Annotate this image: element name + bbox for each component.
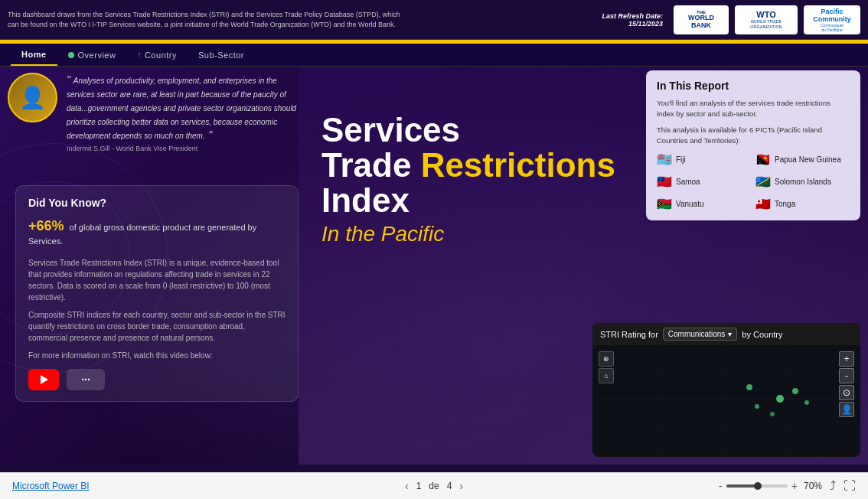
header-description-text: This dashboard draws from the Services T… [8, 11, 400, 28]
prev-page-button[interactable]: ‹ [405, 480, 409, 492]
map-zoom-in-button[interactable]: + [839, 351, 854, 367]
zoom-value-label: 70% [804, 481, 822, 491]
header-right: Last Refresh Date: 15/11/2023 THE WORLDB… [602, 5, 860, 34]
nav-item-overview[interactable]: Overview [57, 44, 127, 66]
world-bank-logo: THE WORLDBANK [674, 5, 729, 34]
fullscreen-icon[interactable]: ⛶ [844, 479, 856, 493]
bottom-right-controls: - + 70% ⤴ ⛶ [719, 479, 856, 493]
svg-point-5 [770, 412, 775, 416]
map-svg [592, 345, 860, 452]
wb-logo-main: WORLDBANK [688, 15, 714, 30]
page-separator: de [429, 481, 439, 491]
main-content: 👤 " Analyses of productivity, employment… [0, 67, 868, 465]
country-vanuatu: 🇻🇺 Vanuatu [657, 197, 751, 211]
bottom-bar: Microsoft Power BI ‹ 1 de 4 › - + 70% ⤴ … [0, 472, 868, 499]
fiji-name: Fiji [676, 155, 686, 164]
map-zoom-controls: + - ⊙ 👤 [839, 351, 854, 417]
youtube-button[interactable] [28, 369, 59, 390]
vanuatu-name: Vanuatu [676, 200, 704, 208]
map-pan-icon[interactable]: ⊕ [599, 351, 614, 367]
quote-content: " Analyses of productivity, employment, … [67, 73, 302, 152]
zoom-increase-button[interactable]: + [791, 480, 798, 492]
hero-line2-plain: Trade [321, 146, 421, 184]
countries-grid: 🇫🇯 Fiji 🇵🇬 Papua New Guinea 🇼🇸 Samoa 🇸🇧 … [657, 152, 850, 211]
hero-subtitle: In the Pacific [321, 222, 615, 246]
svg-point-6 [804, 400, 809, 405]
country-fiji: 🇫🇯 Fiji [657, 152, 751, 167]
quote-area: 👤 " Analyses of productivity, employment… [8, 73, 302, 152]
wto-logo: WTO WORLD TRADEORGANIZATION [735, 5, 798, 34]
zoom-decrease-button[interactable]: - [719, 480, 723, 492]
nav-country-label: Country [145, 51, 177, 60]
country-png: 🇵🇬 Papua New Guinea [755, 152, 850, 167]
samoa-flag: 🇼🇸 [657, 174, 672, 189]
vanuatu-flag: 🇻🇺 [657, 197, 672, 211]
country-tonga: 🇹🇴 Tonga [755, 197, 850, 211]
map-reset-button[interactable]: ⊙ [839, 385, 854, 400]
zoom-handle [754, 482, 762, 490]
speaker-avatar: 👤 [8, 73, 57, 122]
tonga-flag: 🇹🇴 [755, 197, 771, 211]
country-solomon: 🇸🇧 Solomon Islands [755, 174, 850, 189]
hero-line3: Index [321, 183, 615, 218]
map-body: ⊕ ⌂ + - ⊙ 👤 [592, 345, 860, 452]
svg-point-1 [746, 384, 752, 390]
header-description: This dashboard draws from the Services T… [8, 10, 406, 29]
zoom-slider[interactable] [726, 484, 788, 488]
in-report-title: In This Report [657, 80, 850, 92]
pc-sub: Communautédu Pacifique [821, 23, 844, 32]
quote-author: Indermit S.Gill - World Bank Vice Presid… [67, 145, 302, 152]
map-dropdown-value: Communications [668, 330, 725, 338]
dyk-para3: For more information on STRI, watch this… [28, 350, 286, 361]
nav-item-country[interactable]: ↑ Country [126, 44, 188, 66]
did-you-know-title: Did You Know? [28, 197, 286, 209]
navigation-bar: Home Overview ↑ Country Sub-Sector [0, 44, 868, 67]
dyk-para1: Services Trade Restrictions Index (STRI)… [28, 257, 286, 303]
nav-item-home[interactable]: Home [11, 44, 57, 66]
map-stri-label: STRI Rating for [600, 330, 658, 339]
map-header: STRI Rating for Communications ▾ by Coun… [592, 323, 860, 345]
chevron-down-icon: ▾ [728, 330, 732, 338]
refresh-label: Last Refresh Date: [602, 12, 663, 20]
svg-point-4 [792, 388, 798, 394]
pc-text: PacificCommunity [813, 8, 851, 23]
page-total: 4 [447, 481, 452, 491]
wto-sub: WORLD TRADEORGANIZATION [750, 19, 782, 29]
pacific-community-logo: PacificCommunity Communautédu Pacifique [804, 5, 860, 34]
other-video-button[interactable]: ··· [67, 369, 105, 390]
top-header: This dashboard draws from the Services T… [0, 0, 868, 40]
stat-line: +66% of global gross domestic product ar… [28, 217, 286, 248]
share-icon[interactable]: ⤴ [830, 479, 836, 493]
nav-home-label: Home [21, 50, 47, 59]
next-page-button[interactable]: › [459, 480, 463, 492]
fiji-flag: 🇫🇯 [657, 152, 672, 167]
tonga-name: Tonga [775, 200, 795, 208]
quote-text: Analyses of productivity, employment, an… [67, 77, 296, 140]
nav-subsector-label: Sub-Sector [198, 51, 244, 60]
map-zoom-out-button[interactable]: - [839, 368, 854, 383]
nav-dot-icon [68, 52, 74, 58]
stat-percent: +66% [28, 218, 64, 233]
map-home-btn[interactable]: ⌂ [599, 368, 614, 383]
nav-overview-label: Overview [78, 51, 116, 60]
video-buttons: ··· [28, 369, 286, 390]
country-samoa: 🇼🇸 Samoa [657, 174, 751, 189]
other-btn-dots: ··· [81, 373, 90, 386]
play-icon [41, 375, 48, 384]
map-person-button[interactable]: 👤 [839, 402, 854, 417]
png-name: Papua New Guinea [775, 155, 841, 164]
hero-line1: Services [321, 113, 615, 148]
svg-point-3 [755, 404, 759, 409]
powerbi-link[interactable]: Microsoft Power BI [12, 481, 90, 491]
zoom-control: - + 70% [719, 480, 822, 492]
in-this-report-panel: In This Report You'll find an analysis o… [646, 70, 860, 220]
wto-text: WTO [756, 10, 775, 19]
map-by-label: by Country [742, 330, 782, 339]
pagination: ‹ 1 de 4 › [405, 480, 463, 492]
open-quote-mark: " [67, 73, 73, 86]
nav-item-subsector[interactable]: Sub-Sector [188, 44, 255, 66]
refresh-date-value: 15/11/2023 [628, 20, 663, 28]
solomon-name: Solomon Islands [775, 178, 831, 186]
hero-line2-highlight: Restrictions [421, 146, 615, 184]
map-sector-dropdown[interactable]: Communications ▾ [663, 328, 737, 341]
